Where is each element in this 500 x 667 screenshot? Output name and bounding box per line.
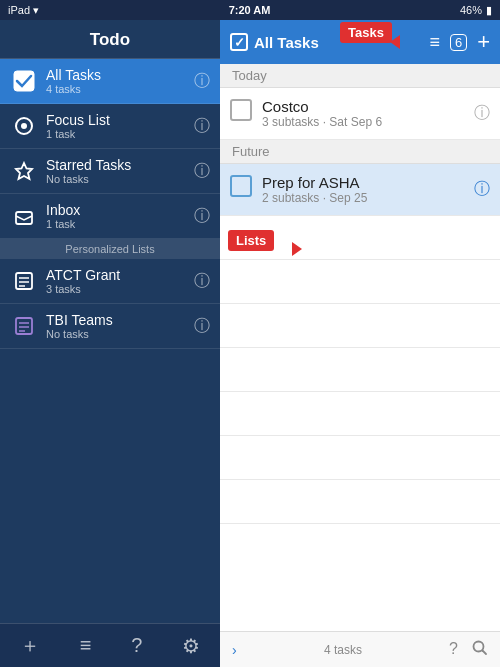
sidebar-info-starred[interactable]: ⓘ: [194, 161, 210, 182]
section-today: Today: [220, 64, 500, 88]
sidebar-item-atct-grant[interactable]: ATCT Grant 3 tasks ⓘ: [0, 259, 220, 304]
empty-row-2: [220, 260, 500, 304]
sidebar-item-text-tbi: TBI Teams No tasks: [46, 312, 190, 340]
sidebar-item-name-tbi: TBI Teams: [46, 312, 190, 328]
sidebar-item-text-atct: ATCT Grant 3 tasks: [46, 267, 190, 295]
empty-row-4: [220, 348, 500, 392]
task-info-costco[interactable]: ⓘ: [474, 103, 490, 124]
focus-list-icon: [10, 112, 38, 140]
empty-row-5: [220, 392, 500, 436]
sidebar-item-focus-list[interactable]: Focus List 1 task ⓘ: [0, 104, 220, 149]
sidebar-item-sub-starred: No tasks: [46, 173, 190, 185]
task-info-prep-asha[interactable]: ⓘ: [474, 179, 490, 200]
sidebar-item-sub-atct: 3 tasks: [46, 283, 190, 295]
inbox-icon: [10, 202, 38, 230]
task-title-costco: Costco: [262, 98, 466, 115]
task-details-prep-asha: Prep for ASHA 2 subtasks · Sep 25: [262, 174, 466, 205]
svg-marker-3: [16, 163, 32, 179]
sidebar-add-button[interactable]: ＋: [20, 632, 40, 659]
header-title: All Tasks: [254, 34, 319, 51]
header-actions: ≡ 6 +: [429, 29, 490, 55]
footer-icons: ?: [449, 640, 488, 660]
sidebar-info-inbox[interactable]: ⓘ: [194, 206, 210, 227]
atct-icon: [10, 267, 38, 295]
empty-row-3: [220, 304, 500, 348]
main-layout: Todo All Tasks 4 tasks ⓘ: [0, 20, 500, 667]
task-list: Today Costco 3 subtasks · Sat Sep 6 ⓘ Fu…: [220, 64, 500, 631]
sidebar-item-inbox[interactable]: Inbox 1 task ⓘ: [0, 194, 220, 239]
header-count-badge: 6: [450, 34, 467, 51]
footer-search-icon[interactable]: [472, 640, 488, 660]
sidebar-item-name-atct: ATCT Grant: [46, 267, 190, 283]
section-future: Future: [220, 140, 500, 164]
sidebar-item-name-focus: Focus List: [46, 112, 190, 128]
sidebar: Todo All Tasks 4 tasks ⓘ: [0, 20, 220, 667]
svg-line-14: [483, 650, 487, 654]
sidebar-item-name-all-tasks: All Tasks: [46, 67, 190, 83]
sidebar-info-all-tasks[interactable]: ⓘ: [194, 71, 210, 92]
sidebar-item-starred[interactable]: Starred Tasks No tasks ⓘ: [0, 149, 220, 194]
tasks-annotation-arrow: [390, 35, 400, 49]
all-tasks-icon: [10, 67, 38, 95]
header-check-icon: ✓: [230, 33, 248, 51]
sidebar-item-sub-tbi: No tasks: [46, 328, 190, 340]
sidebar-info-focus[interactable]: ⓘ: [194, 116, 210, 137]
sidebar-info-atct[interactable]: ⓘ: [194, 271, 210, 292]
sidebar-title: Todo: [0, 20, 220, 59]
sidebar-item-tbi-teams[interactable]: TBI Teams No tasks ⓘ: [0, 304, 220, 349]
sidebar-settings-icon[interactable]: ⚙: [182, 634, 200, 658]
battery-icon: ▮: [486, 4, 492, 17]
sidebar-menu-icon[interactable]: ≡: [80, 634, 92, 657]
empty-row-7: [220, 480, 500, 524]
sidebar-item-text-focus: Focus List 1 task: [46, 112, 190, 140]
task-checkbox-prep-asha[interactable]: [230, 175, 252, 197]
task-sub-prep-asha: 2 subtasks · Sep 25: [262, 191, 466, 205]
task-sub-costco: 3 subtasks · Sat Sep 6: [262, 115, 466, 129]
header-menu-icon[interactable]: ≡: [429, 32, 440, 53]
sidebar-item-sub-all-tasks: 4 tasks: [46, 83, 190, 95]
right-footer: › 4 tasks ?: [220, 631, 500, 667]
sidebar-item-text-all-tasks: All Tasks 4 tasks: [46, 67, 190, 95]
svg-point-2: [21, 123, 27, 129]
tbi-icon: [10, 312, 38, 340]
status-bar: iPad ▾ 7:20 AM 46% ▮: [0, 0, 500, 20]
sidebar-item-name-starred: Starred Tasks: [46, 157, 190, 173]
empty-row-6: [220, 436, 500, 480]
tasks-annotation-label: Tasks: [340, 22, 392, 43]
sidebar-help-icon[interactable]: ?: [131, 634, 142, 657]
personalized-lists-label: Personalized Lists: [0, 239, 220, 259]
battery-level: 46%: [460, 4, 482, 16]
task-checkbox-costco[interactable]: [230, 99, 252, 121]
task-details-costco: Costco 3 subtasks · Sat Sep 6: [262, 98, 466, 129]
sidebar-bottom-bar: ＋ ≡ ? ⚙: [0, 623, 220, 667]
header-add-button[interactable]: +: [477, 29, 490, 55]
task-title-prep-asha: Prep for ASHA: [262, 174, 466, 191]
sidebar-info-tbi[interactable]: ⓘ: [194, 316, 210, 337]
sidebar-item-all-tasks[interactable]: All Tasks 4 tasks ⓘ: [0, 59, 220, 104]
lists-annotation-arrow: [292, 242, 302, 256]
status-right: 46% ▮: [460, 4, 492, 17]
task-item-costco[interactable]: Costco 3 subtasks · Sat Sep 6 ⓘ: [220, 88, 500, 140]
status-time: 7:20 AM: [229, 4, 271, 16]
sidebar-item-sub-focus: 1 task: [46, 128, 190, 140]
task-item-prep-asha[interactable]: Prep for ASHA 2 subtasks · Sep 25 ⓘ: [220, 164, 500, 216]
status-left: iPad ▾: [8, 4, 39, 17]
sidebar-item-sub-inbox: 1 task: [46, 218, 190, 230]
right-panel-wrapper: Tasks Lists ✓ All Tasks ≡ 6 +: [220, 20, 500, 667]
footer-count: 4 tasks: [237, 643, 449, 657]
right-panel: ✓ All Tasks ≡ 6 + Today Costco: [220, 20, 500, 667]
sidebar-item-text-inbox: Inbox 1 task: [46, 202, 190, 230]
sidebar-item-name-inbox: Inbox: [46, 202, 190, 218]
footer-help-icon[interactable]: ?: [449, 640, 458, 660]
lists-annotation-label: Lists: [228, 230, 274, 251]
sidebar-item-text-starred: Starred Tasks No tasks: [46, 157, 190, 185]
starred-icon: [10, 157, 38, 185]
